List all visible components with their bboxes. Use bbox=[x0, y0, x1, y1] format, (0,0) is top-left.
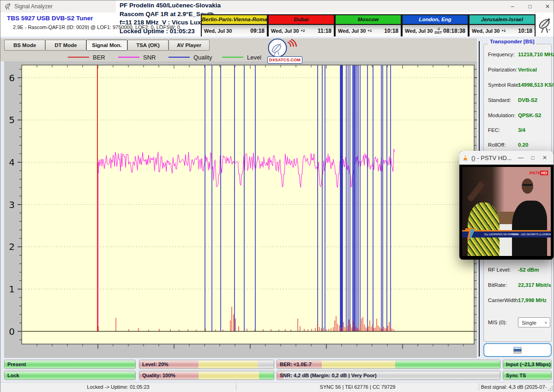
video-person-right-glasses bbox=[523, 184, 532, 186]
level-legend-label: Level bbox=[247, 54, 261, 61]
polarization-value: Vertical bbox=[518, 67, 552, 72]
minimize-button[interactable]: – bbox=[504, 0, 521, 12]
legend-level: Level bbox=[222, 54, 261, 60]
svg-text:0: 0 bbox=[9, 326, 15, 337]
bitrate-label: BitRate: bbox=[488, 282, 520, 288]
resize-grip[interactable] bbox=[548, 386, 553, 391]
ber-legend-label: BER bbox=[93, 54, 105, 61]
frequency-label: Frequency: bbox=[488, 52, 520, 57]
tuner-title: TBS 5927 USB DVB-S2 Tuner bbox=[7, 15, 93, 22]
vlc-minimize-button[interactable]: — bbox=[515, 154, 527, 161]
site-line-3: f=11 218 MHz_V : Vicus Luxlink bbox=[120, 18, 212, 27]
svg-text:4: 4 bbox=[9, 157, 15, 168]
polarization-label: Polarization: bbox=[488, 67, 520, 72]
tab-tsa[interactable]: TSA (OK) bbox=[127, 40, 169, 51]
modulation-label: Modulation: bbox=[488, 113, 520, 118]
clock-jerusalem: Jerusalem-Israel Wed, Jul 30 +1 10:18 bbox=[469, 14, 536, 36]
legend-snr: SNR bbox=[118, 54, 156, 60]
legend-ber: BER bbox=[68, 54, 105, 60]
mis-selected-value: Single bbox=[522, 320, 536, 326]
snr-gauge-label: SNR: 4,2 dB (Margin: 0,2 dB | Very Poor) bbox=[280, 371, 377, 380]
close-button[interactable]: ✕ bbox=[539, 0, 554, 12]
snr-legend-line bbox=[118, 57, 139, 58]
clock-london-city: London, Eng bbox=[403, 15, 468, 25]
video-frame: PSTVHD Dry LEOPARDS DE PAPSON DANS : LES… bbox=[462, 167, 551, 256]
clock-moscow-date: Wed, Jul 30 bbox=[338, 28, 366, 34]
site-line-2: Rascom QAF 1R at 2.9°E_South bbox=[120, 10, 212, 19]
signal-analyzer-window: Signal Analyzer – □ ✕ TBS 5927 USB DVB-S… bbox=[0, 0, 554, 392]
svg-text:1: 1 bbox=[9, 284, 15, 295]
vlc-cone-icon bbox=[462, 154, 469, 161]
present-gauge: Present bbox=[4, 360, 136, 369]
signal-chart-svg: 0123456 bbox=[4, 61, 477, 358]
satellite-dish-header-icon: s/a bbox=[537, 17, 552, 34]
clock-moscow-time: 10:18 bbox=[384, 28, 398, 34]
transponder-group-title: Transponder [BS] bbox=[488, 39, 536, 44]
clock-moscow: Moscow Wed, Jul 30 +1 10:18 bbox=[335, 14, 402, 36]
video-person-right-torso bbox=[512, 201, 548, 256]
video-person-right-head bbox=[522, 178, 533, 194]
quality-legend-line bbox=[169, 57, 190, 58]
clock-london-date: Wed, Jul 30 bbox=[405, 28, 433, 34]
svg-text:6: 6 bbox=[9, 72, 15, 83]
ber-legend-line bbox=[68, 57, 89, 58]
standard-value: DVB-S2 bbox=[518, 97, 552, 103]
rolloff-value: 0.20 bbox=[518, 142, 552, 148]
status-best-signal: Best signal: 4,3 dB (2025-07-30 08:38) bbox=[479, 382, 548, 392]
present-gauge-label: Present bbox=[7, 360, 26, 369]
vlc-window-title: () - PSTV HD... bbox=[471, 154, 512, 161]
level-legend-line bbox=[222, 57, 243, 58]
ber-gauge: BER: <1.0E-7 bbox=[277, 360, 500, 369]
signal-chart-panel: 0123456 bbox=[4, 61, 477, 358]
clock-berlin-time: 09:18 bbox=[250, 28, 265, 34]
mis-label: MIS (0): bbox=[488, 320, 520, 325]
vlc-close-button[interactable]: ✕ bbox=[539, 154, 551, 161]
clock-berlin: Berlin-Paris-Vienna-Roma Wed, Jul 30 09:… bbox=[201, 14, 268, 36]
ber-gauge-label: BER: <1.0E-7 bbox=[280, 360, 312, 369]
pstv-hd-channel-logo: PSTVHD bbox=[530, 171, 548, 175]
clock-berlin-date: Wed, Jul 30 bbox=[204, 28, 232, 34]
clock-dubai-date: Wed, Jul 30 bbox=[271, 28, 299, 34]
vlc-player-window[interactable]: () - PSTV HD... — □ ✕ PSTVHD bbox=[459, 151, 554, 260]
maximize-button[interactable]: □ bbox=[521, 0, 539, 12]
site-info-block: PF Prodelin 450/Lučenec-Slovakia Rascom … bbox=[120, 1, 212, 36]
clock-jerusalem-time: 10:18 bbox=[518, 28, 532, 34]
titlebar[interactable]: Signal Analyzer bbox=[0, 0, 554, 13]
tab-signal-mon[interactable]: Signal Mon. bbox=[86, 40, 127, 51]
rolloff-label: RollOff: bbox=[488, 142, 520, 148]
input-gauge-label: Input (~21,3 Mbps) bbox=[506, 360, 551, 369]
vlc-video-area[interactable]: PSTVHD Dry LEOPARDS DE PAPSON DANS : LES… bbox=[459, 165, 554, 260]
tab-dt-mode[interactable]: DT Mode bbox=[45, 40, 86, 51]
quality-legend-label: Quality bbox=[193, 54, 212, 61]
clock-london-time: 08:18:38 bbox=[443, 28, 465, 34]
bitrate-value: 22,317 Mbit/s bbox=[518, 282, 552, 288]
quality-gauge: Quality: 100% bbox=[139, 371, 274, 380]
clock-moscow-city: Moscow bbox=[336, 15, 401, 25]
banner-text-2: DANS : LES SECRETS ((+24382617047 bbox=[512, 232, 551, 238]
pstv-logo-text: PSTV bbox=[530, 171, 541, 175]
svg-text:s/a: s/a bbox=[547, 28, 551, 31]
sync-ts-gauge-label: Sync TS bbox=[506, 371, 526, 380]
banner-tv-logo bbox=[465, 226, 476, 240]
ts-record-button[interactable] bbox=[483, 343, 552, 357]
chevron-down-icon: ∨ bbox=[544, 319, 548, 327]
clock-jerusalem-city: Jerusalem-Israel bbox=[470, 15, 535, 25]
mis-dropdown[interactable]: Single ∨ bbox=[518, 317, 550, 327]
modulation-value: QPSK-S2 bbox=[518, 113, 552, 118]
rf-level-value: -52 dBm bbox=[518, 267, 552, 273]
clock-london: London, Eng Wed, Jul 30 -1 DST 08:18:38 bbox=[402, 14, 469, 36]
hd-logo-text: HD bbox=[540, 171, 548, 175]
tab-av-player[interactable]: AV Player bbox=[169, 40, 210, 51]
vlc-titlebar[interactable]: () - PSTV HD... — □ ✕ bbox=[459, 151, 554, 165]
carrier-width-label: CarrierWidth: bbox=[488, 297, 520, 303]
satellite-dish-app-icon bbox=[4, 3, 12, 10]
lock-gauge: Lock bbox=[4, 371, 136, 380]
frequency-value: 11218,710 MHz bbox=[518, 52, 552, 57]
snr-gauge: SNR: 4,2 dB (Margin: 0,2 dB | Very Poor) bbox=[277, 371, 500, 380]
tab-bs-mode[interactable]: BS Mode bbox=[4, 40, 45, 51]
clock-dubai-offset: +2 bbox=[301, 29, 305, 33]
fec-value: 3/4 bbox=[518, 127, 552, 133]
clock-dubai-city: Dubai bbox=[269, 15, 334, 25]
clock-jerusalem-offset: +1 bbox=[501, 29, 506, 33]
vlc-maximize-button[interactable]: □ bbox=[527, 154, 539, 161]
